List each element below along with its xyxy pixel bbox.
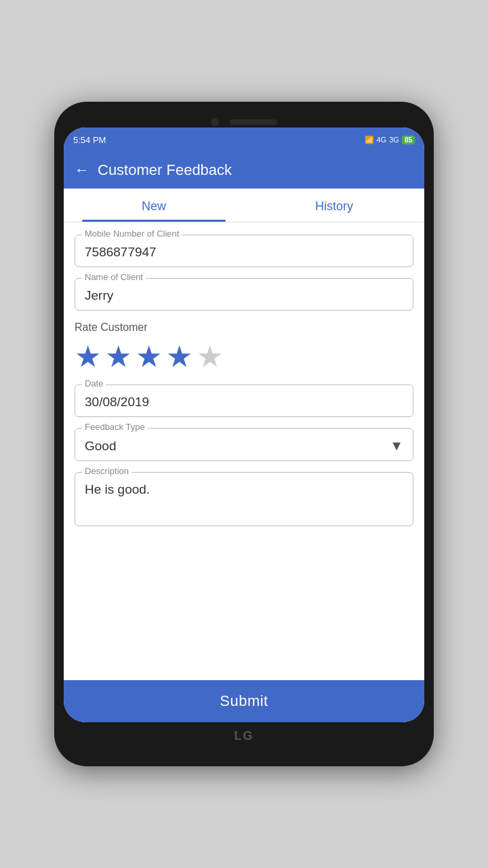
description-label: Description	[82, 466, 131, 476]
stars-container: ★ ★ ★ ★ ★	[75, 339, 413, 374]
name-label: Name of Client	[82, 272, 146, 282]
submit-bar: Submit	[64, 680, 424, 722]
star-2[interactable]: ★	[105, 339, 131, 374]
phone-bottom: LG	[64, 722, 424, 746]
tab-new[interactable]: New	[64, 189, 244, 222]
mobile-number-value: 7586877947	[85, 245, 403, 260]
status-right: 📶 4G 3G 85	[365, 136, 415, 144]
feedback-type-row: Good ▼	[85, 438, 403, 454]
submit-button[interactable]: Submit	[220, 692, 268, 710]
star-4[interactable]: ★	[166, 339, 192, 374]
feedback-type-label: Feedback Type	[82, 422, 148, 432]
back-button[interactable]: ←	[75, 161, 89, 179]
form-body: Mobile Number of Client 7586877947 Name …	[64, 222, 424, 680]
front-camera	[211, 118, 219, 126]
date-value: 30/08/2019	[85, 395, 403, 410]
description-field[interactable]: Description He is good.	[75, 472, 413, 526]
speaker	[230, 119, 277, 125]
time-display: 5:54 PM	[73, 135, 106, 145]
battery-display: 85	[402, 136, 415, 144]
lg-logo: LG	[235, 729, 254, 743]
status-left: 5:54 PM	[73, 135, 106, 145]
description-value: He is good.	[85, 482, 403, 497]
tabs-container: New History	[64, 189, 424, 222]
page-title: Customer Feedback	[98, 161, 232, 179]
date-field[interactable]: Date 30/08/2019	[75, 384, 413, 417]
status-bar: 5:54 PM 📶 4G 3G 85	[64, 127, 424, 152]
date-label: Date	[82, 378, 106, 389]
name-field[interactable]: Name of Client Jerry	[75, 278, 413, 311]
network-3g: 3G	[389, 136, 399, 144]
star-3[interactable]: ★	[136, 339, 162, 374]
dropdown-arrow-icon: ▼	[390, 438, 403, 454]
signal-icon: 📶	[365, 136, 374, 144]
tab-history[interactable]: History	[244, 189, 424, 222]
star-1[interactable]: ★	[75, 339, 101, 374]
star-5[interactable]: ★	[197, 339, 223, 374]
network-4g: 4G	[377, 136, 387, 144]
name-value: Jerry	[85, 288, 403, 303]
feedback-type-value: Good	[85, 439, 116, 454]
mobile-number-field[interactable]: Mobile Number of Client 7586877947	[75, 235, 413, 267]
rate-section: Rate Customer ★ ★ ★ ★ ★	[75, 321, 413, 374]
phone-frame: 5:54 PM 📶 4G 3G 85 ← Customer Feedback N…	[54, 102, 434, 766]
rate-label: Rate Customer	[75, 321, 413, 334]
phone-screen: 5:54 PM 📶 4G 3G 85 ← Customer Feedback N…	[64, 127, 424, 722]
mobile-number-label: Mobile Number of Client	[82, 229, 182, 239]
notch-area	[64, 114, 424, 127]
app-header: ← Customer Feedback	[64, 152, 424, 189]
feedback-type-field[interactable]: Feedback Type Good ▼	[75, 428, 413, 461]
